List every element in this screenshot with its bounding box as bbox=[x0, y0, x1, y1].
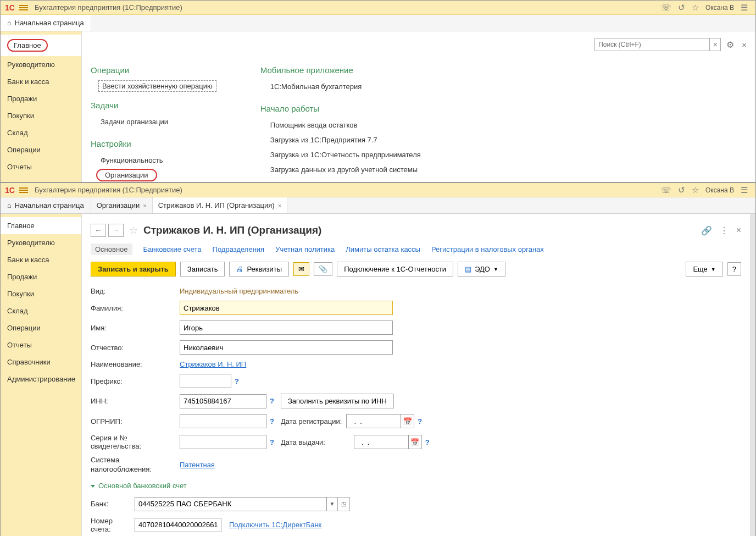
input-bank[interactable] bbox=[135, 497, 327, 511]
sidebar-item[interactable]: Продажи bbox=[1, 90, 81, 107]
input-name[interactable] bbox=[180, 321, 393, 335]
tab-label: Организации bbox=[97, 201, 140, 209]
tab-org-card[interactable]: Стрижаков И. Н. ИП (Организация) × bbox=[153, 197, 287, 213]
user-name-1[interactable]: Оксана В bbox=[705, 4, 734, 12]
tab-organizations[interactable]: Организации × bbox=[91, 197, 153, 213]
sidebar-item[interactable]: Склад bbox=[1, 302, 81, 319]
connect-1c-button[interactable]: Подключение к 1С-Отчетности bbox=[337, 262, 453, 277]
tab-home-2[interactable]: ⌂ Начальная страница bbox=[1, 197, 91, 213]
gear-icon[interactable]: ⚙ bbox=[726, 40, 734, 50]
save-close-button[interactable]: Записать и закрыть bbox=[91, 262, 176, 277]
sidebar-item[interactable]: Банк и касса bbox=[1, 73, 81, 90]
help-icon[interactable]: ? bbox=[418, 417, 422, 426]
input-prefix[interactable] bbox=[180, 374, 231, 388]
subnav-bank[interactable]: Банковские счета bbox=[143, 245, 202, 253]
sidebar-item[interactable]: Банк и касса bbox=[1, 251, 81, 268]
link-directbank[interactable]: Подключить 1С:ДиректБанк bbox=[229, 521, 321, 529]
sidebar-item-main[interactable]: Главное bbox=[1, 35, 81, 56]
history-icon[interactable]: ↺ bbox=[678, 185, 685, 195]
input-surname[interactable] bbox=[180, 301, 393, 315]
input-account[interactable] bbox=[135, 518, 221, 532]
tab-close-icon[interactable]: × bbox=[143, 202, 146, 209]
sidebar-item[interactable]: Администрирование bbox=[1, 371, 81, 388]
link[interactable]: Загрузка из 1С:Предприятия 7.7 bbox=[260, 134, 421, 148]
details-button[interactable]: 🖨Реквизиты bbox=[229, 262, 289, 277]
nav-forward-button[interactable]: → bbox=[108, 224, 124, 237]
expand-bank[interactable]: Основной банковский счет bbox=[91, 477, 741, 494]
input-patronymic[interactable] bbox=[180, 340, 393, 355]
nav-back-button[interactable]: ← bbox=[91, 224, 106, 237]
link[interactable]: Помощник ввода остатков bbox=[260, 119, 421, 134]
sidebar-item[interactable]: Склад bbox=[1, 124, 81, 141]
link-icon[interactable]: 🔗 bbox=[701, 225, 712, 236]
more-button[interactable]: Еще ▼ bbox=[686, 262, 722, 277]
attach-button[interactable]: 📎 bbox=[314, 262, 332, 276]
sidebar-item[interactable]: Руководителю bbox=[1, 56, 81, 73]
input-serial[interactable] bbox=[180, 435, 266, 449]
link[interactable]: 1С:Мобильная бухгалтерия bbox=[260, 80, 421, 95]
sidebar-item[interactable]: Покупки bbox=[1, 107, 81, 124]
bell-icon[interactable]: ☏ bbox=[661, 3, 671, 13]
tab-home-1[interactable]: ⌂ Начальная страница bbox=[1, 15, 91, 31]
link-functionality[interactable]: Функциональность bbox=[91, 154, 216, 169]
input-ogrnip[interactable] bbox=[180, 414, 266, 428]
link[interactable]: Загрузка данных из другой учетной систем… bbox=[260, 163, 421, 178]
input-date-iss[interactable] bbox=[354, 435, 409, 449]
star-icon[interactable]: ☆ bbox=[692, 185, 699, 195]
help-icon[interactable]: ? bbox=[270, 438, 274, 446]
input-date-reg[interactable] bbox=[346, 414, 401, 428]
subnav-limits[interactable]: Лимиты остатка кассы bbox=[346, 245, 420, 253]
user-name-2[interactable]: Оксана В bbox=[705, 186, 734, 194]
subnav-tax[interactable]: Регистрации в налоговых органах bbox=[431, 245, 544, 253]
dropdown-icon[interactable]: ▼ bbox=[327, 497, 338, 511]
subnav-dep[interactable]: Подразделения bbox=[213, 245, 265, 253]
help-icon[interactable]: ? bbox=[270, 417, 274, 426]
sidebar-item[interactable]: Отчеты bbox=[1, 336, 81, 353]
tab-close-icon[interactable]: × bbox=[278, 202, 281, 209]
help-icon[interactable]: ? bbox=[425, 438, 430, 446]
open-icon[interactable]: ◳ bbox=[338, 497, 350, 511]
mail-button[interactable]: ✉ bbox=[293, 262, 309, 276]
calendar-icon[interactable]: 📅 bbox=[401, 414, 414, 428]
sidebar-item[interactable]: Отчеты bbox=[1, 158, 81, 175]
sidebar-item[interactable]: Руководителю bbox=[1, 234, 81, 251]
link-organizations[interactable]: Организации bbox=[96, 169, 157, 181]
link-name[interactable]: Стрижаков И. Н. ИП bbox=[180, 360, 246, 368]
favorite-star-icon[interactable]: ☆ bbox=[129, 224, 138, 236]
settings-icon[interactable]: ☰ bbox=[741, 3, 748, 13]
history-icon[interactable]: ↺ bbox=[678, 3, 685, 13]
close-icon[interactable]: × bbox=[736, 225, 741, 235]
link-enter-operation[interactable]: Ввести хозяйственную операцию bbox=[98, 80, 216, 92]
help-icon[interactable]: ? bbox=[270, 397, 274, 405]
menu-icon[interactable] bbox=[19, 186, 28, 194]
link-tax[interactable]: Патентная bbox=[180, 461, 215, 469]
link[interactable]: Загрузка из 1С:Отчетность предпринимател… bbox=[260, 148, 421, 163]
close-icon[interactable]: × bbox=[742, 40, 747, 49]
subnav-main[interactable]: Основное bbox=[91, 244, 132, 255]
help-icon[interactable]: ? bbox=[235, 377, 239, 385]
calendar-icon[interactable]: 📅 bbox=[409, 435, 422, 449]
sidebar-item[interactable]: Операции bbox=[1, 141, 81, 158]
label-tax[interactable]: Система налогообложения: bbox=[91, 456, 180, 474]
link-org-tasks[interactable]: Задачи организации bbox=[91, 115, 216, 130]
fill-by-inn-button[interactable]: Заполнить реквизиты по ИНН bbox=[281, 394, 394, 408]
more-icon[interactable]: ⋮ bbox=[720, 225, 729, 236]
sidebar-item[interactable]: Справочники bbox=[1, 353, 81, 371]
app-title-2: Бухгалтерия предприятия (1С:Предприятие) bbox=[35, 186, 182, 194]
search-input[interactable] bbox=[594, 38, 710, 51]
window-bottom: 1C Бухгалтерия предприятия (1С:Предприят… bbox=[0, 183, 756, 536]
search-clear-icon[interactable]: × bbox=[710, 38, 721, 51]
sidebar-item[interactable]: Продажи bbox=[1, 268, 81, 285]
settings-icon[interactable]: ☰ bbox=[741, 185, 748, 195]
sidebar-item[interactable]: Главное bbox=[1, 217, 81, 234]
star-icon[interactable]: ☆ bbox=[692, 3, 699, 13]
input-inn[interactable] bbox=[180, 394, 266, 408]
sidebar-item[interactable]: Покупки bbox=[1, 285, 81, 302]
subnav-policy[interactable]: Учетная политика bbox=[275, 245, 335, 253]
edo-button[interactable]: ▤ЭДО ▼ bbox=[458, 262, 505, 277]
sidebar-item[interactable]: Операции bbox=[1, 319, 81, 336]
menu-icon[interactable] bbox=[19, 4, 28, 12]
help-button[interactable]: ? bbox=[727, 262, 741, 276]
bell-icon[interactable]: ☏ bbox=[661, 185, 671, 195]
save-button[interactable]: Записать bbox=[180, 262, 225, 277]
